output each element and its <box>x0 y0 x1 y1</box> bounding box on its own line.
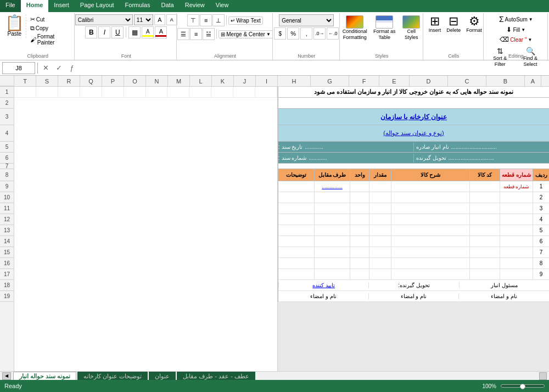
col-L[interactable]: L <box>190 76 212 87</box>
table-row-7[interactable]: 7 <box>278 247 549 258</box>
row-num-6[interactable]: 6 <box>0 153 14 164</box>
italic-button[interactable]: I <box>98 26 110 38</box>
col-G[interactable]: G <box>311 76 349 87</box>
row-num-19[interactable]: 19 <box>0 291 14 302</box>
font-name-select[interactable]: Calibri <box>75 14 133 25</box>
tab-file[interactable]: File <box>0 0 21 12</box>
row-num-13[interactable]: 13 <box>0 225 14 236</box>
confirm-formula-button[interactable]: ✓ <box>53 63 64 74</box>
row-num-1[interactable]: 1 <box>0 87 14 98</box>
align-middle-button[interactable]: ≡ <box>200 14 212 26</box>
bold-button[interactable]: B <box>85 26 97 38</box>
increase-decimal-button[interactable]: .0→ <box>313 27 326 40</box>
col-A[interactable]: A <box>525 76 541 87</box>
fill-color-button[interactable]: A <box>142 26 154 38</box>
font-color-button[interactable]: A <box>155 26 167 38</box>
col-T[interactable]: T <box>14 76 36 87</box>
table-row-5[interactable]: 5 <box>278 225 549 236</box>
row-num-14[interactable]: 14 <box>0 236 14 247</box>
decrease-decimal-button[interactable]: ←.0 <box>327 27 339 40</box>
insert-function-button[interactable]: ƒ <box>66 63 77 74</box>
table-row-4[interactable]: 4 <box>278 214 549 225</box>
fill-button[interactable]: ⬇ Fill ▼ <box>504 25 528 34</box>
accounting-button[interactable]: $ <box>274 27 286 40</box>
col-E[interactable]: E <box>379 76 410 87</box>
col-K[interactable]: K <box>212 76 234 87</box>
tab-page-layout[interactable]: Page Layout <box>75 0 120 12</box>
col-B[interactable]: B <box>486 76 525 87</box>
border-button[interactable]: ▦ <box>128 26 141 38</box>
col-P[interactable]: P <box>102 76 124 87</box>
formula-input[interactable] <box>80 62 547 74</box>
align-bottom-button[interactable]: ⊥ <box>212 14 225 26</box>
paste-button[interactable]: 📋 Paste <box>3 14 26 38</box>
col-S[interactable]: S <box>36 76 58 87</box>
table-row-8[interactable]: 8 <box>278 258 549 269</box>
cancel-formula-button[interactable]: ✕ <box>40 63 51 74</box>
col-C[interactable]: C <box>448 76 486 87</box>
cut-button[interactable]: ✂ Cut <box>29 15 72 24</box>
tab-formulas[interactable]: Formulas <box>120 0 156 12</box>
row-num-16[interactable]: 16 <box>0 258 14 269</box>
table-row-9[interactable]: 9 <box>278 269 549 280</box>
tab-home[interactable]: Home <box>21 0 49 12</box>
increase-font-button[interactable]: A <box>154 14 165 25</box>
col-N[interactable]: N <box>146 76 168 87</box>
col-M[interactable]: M <box>168 76 190 87</box>
row-num-12[interactable]: 12 <box>0 214 14 225</box>
font-size-select[interactable]: 11 <box>134 14 153 25</box>
col-Q[interactable]: Q <box>80 76 102 87</box>
tab-insert[interactable]: Insert <box>48 0 75 12</box>
row-num-4[interactable]: 4 <box>0 125 14 142</box>
tab-review[interactable]: Review <box>180 0 210 12</box>
autosum-button[interactable]: Σ AutoSum ▼ <box>497 14 535 24</box>
wrap-text-button[interactable]: ↵ Wrap Text <box>228 16 263 25</box>
clear-button[interactable]: ⌫ Clear " ▼ <box>497 35 534 44</box>
col-D[interactable]: D <box>410 76 448 87</box>
align-right-button[interactable]: ☱ <box>203 28 215 40</box>
row-num-17[interactable]: 17 <box>0 269 14 280</box>
conditional-formatting-button[interactable]: Conditional Formatting <box>341 14 368 42</box>
copy-button[interactable]: ⧉ Copy <box>29 24 72 32</box>
table-row-6[interactable]: 6 <box>278 236 549 247</box>
sheet-tab-party[interactable]: عطف - عقد - طرف مقابل <box>177 372 255 380</box>
format-painter-button[interactable]: 🖌 Format Painter <box>29 33 72 46</box>
col-F[interactable]: F <box>349 76 379 87</box>
align-center-button[interactable]: ≡ <box>190 28 202 40</box>
decrease-font-button[interactable]: A <box>166 14 177 25</box>
cell-styles-button[interactable]: Cell Styles <box>400 14 422 42</box>
col-H[interactable]: H <box>278 76 311 87</box>
underline-button[interactable]: U <box>111 26 124 38</box>
row-num-3[interactable]: 3 <box>0 109 14 125</box>
table-row-3[interactable]: 3 <box>278 203 549 214</box>
col-O[interactable]: O <box>124 76 146 87</box>
col-J[interactable]: J <box>234 76 256 87</box>
sheet-tab-title[interactable]: عنوان <box>149 372 176 380</box>
row-num-15[interactable]: 15 <box>0 247 14 258</box>
tab-data[interactable]: Data <box>155 0 179 12</box>
align-top-button[interactable]: ⊤ <box>187 14 199 26</box>
delete-cells-button[interactable]: ⊟ Delete <box>444 14 463 34</box>
row-num-10[interactable]: 10 <box>0 192 14 203</box>
comma-button[interactable]: , <box>300 27 312 40</box>
table-row-1[interactable]: 1 شماره قطعه ............... <box>278 181 549 192</box>
row-num-5[interactable]: 5 <box>0 142 14 153</box>
sheet-tab-desc[interactable]: توضیحات عنوان کارخانه <box>77 372 148 380</box>
row-num-9[interactable]: 9 <box>0 181 14 192</box>
percent-button[interactable]: % <box>287 27 299 40</box>
merge-center-button[interactable]: ⊞ Merge & Center ▼ <box>219 30 273 38</box>
number-format-select[interactable]: General Number Currency <box>279 14 334 26</box>
zoom-slider[interactable] <box>501 384 545 388</box>
tab-view[interactable]: View <box>210 0 234 12</box>
row-num-2[interactable]: 2 <box>0 98 14 109</box>
row-num-11[interactable]: 11 <box>0 203 14 214</box>
sheet-tab-invoice[interactable]: نمونه سند حواله انبار <box>13 372 76 380</box>
table-row-2[interactable]: 2 <box>278 192 549 203</box>
row-num-8[interactable]: 8 <box>0 169 14 181</box>
cell-reference-box[interactable]: J8 <box>2 62 35 74</box>
row-num-18[interactable]: 18 <box>0 280 14 291</box>
horizontal-scroll[interactable]: ◀ نمونه سند حواله انبار توضیحات عنوان کا… <box>0 371 549 380</box>
col-R[interactable]: R <box>58 76 80 87</box>
align-left-button[interactable]: ☰ <box>177 28 189 40</box>
format-as-table-button[interactable]: Format as Table <box>371 14 398 42</box>
